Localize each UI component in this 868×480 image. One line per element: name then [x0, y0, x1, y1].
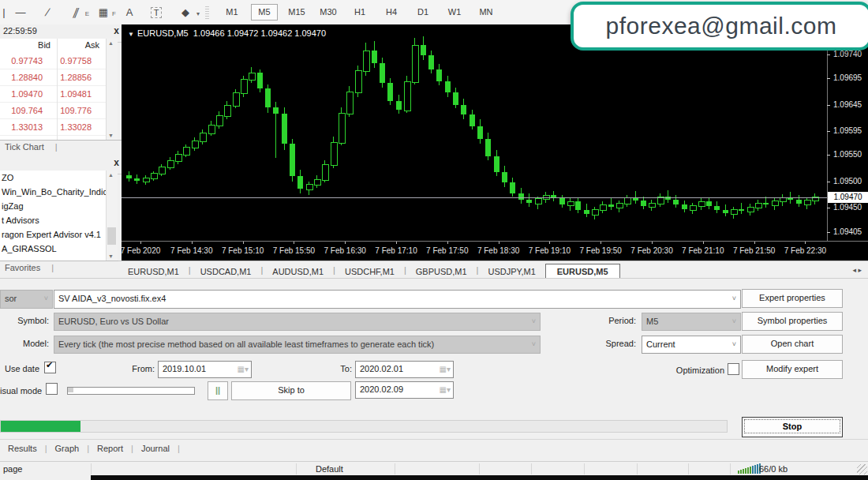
- market-watch-header: Bid Ask: [0, 39, 117, 54]
- candle-body: [282, 114, 287, 144]
- symbol-dropdown[interactable]: EURUSD, Euro vs US Dollar˅: [54, 313, 541, 331]
- market-watch-row[interactable]: 109.764109.776: [0, 103, 106, 119]
- strategy-tester-panel: sor˅ SV AIDA_v3_novosti.fix.ex4˅ Expert …: [0, 278, 868, 440]
- chart-tab-usdcad-m1[interactable]: USDCAD,M1: [191, 264, 261, 279]
- equidistant-channel-icon[interactable]: ∥E: [62, 5, 90, 21]
- close-icon[interactable]: x: [114, 25, 119, 36]
- timeframe-button-mn[interactable]: MN: [473, 5, 499, 20]
- market-watch-row[interactable]: 1.288401.28856: [0, 69, 106, 86]
- chart-tabs-bar: EURUSD,M1|USDCAD,M1|AUDUSD,M1|USDCHF,M1|…: [118, 261, 868, 279]
- spread-dropdown[interactable]: Current˅: [642, 336, 741, 354]
- use-date-checkbox[interactable]: ✔: [44, 362, 56, 373]
- chart-window[interactable]: ▼EURUSD,M5 1.09466 1.09472 1.09462 1.094…: [122, 24, 868, 261]
- close-icon[interactable]: x: [114, 157, 119, 168]
- toolbar-drag-handle[interactable]: [205, 6, 209, 19]
- tab-scroll-arrows[interactable]: ◂ ▸: [852, 266, 862, 274]
- timeframe-button-m15[interactable]: M15: [284, 5, 309, 20]
- scroll-down-icon[interactable]: ▼: [108, 253, 114, 259]
- to-date-input[interactable]: 2020.02.01▦▾: [355, 361, 454, 378]
- timeframe-button-d1[interactable]: D1: [410, 5, 436, 20]
- visual-speed-slider[interactable]: [67, 387, 195, 395]
- pause-button[interactable]: ||: [208, 381, 228, 400]
- open-chart-button[interactable]: Open chart: [742, 335, 843, 354]
- expert-type-dropdown[interactable]: sor˅: [0, 290, 53, 309]
- timeframe-button-h4[interactable]: H4: [379, 5, 404, 20]
- vertical-line-icon[interactable]: |: [0, 5, 8, 21]
- tester-tab-graph[interactable]: Graph: [55, 444, 80, 453]
- ask-column-header[interactable]: Ask: [85, 40, 99, 50]
- chart-tab-eurusd-m5[interactable]: EURUSD,M5: [545, 264, 620, 279]
- bid-column-header[interactable]: Bid: [38, 40, 51, 50]
- trendline-icon[interactable]: /: [33, 5, 62, 21]
- scroll-up-icon[interactable]: ▲: [108, 40, 114, 46]
- scrollbar-thumb[interactable]: [107, 227, 116, 245]
- navigator-item[interactable]: ZO: [0, 171, 106, 185]
- arrows-icon[interactable]: ◆▾: [170, 5, 200, 21]
- visual-mode-checkbox[interactable]: [46, 383, 58, 395]
- current-price-badge: 1.09470: [828, 192, 868, 203]
- horizontal-line-icon[interactable]: —: [8, 5, 33, 21]
- candle-body: [755, 203, 762, 208]
- timeframe-button-w1[interactable]: W1: [442, 5, 467, 20]
- price-axis-divider: [827, 24, 828, 242]
- symbol-properties-button[interactable]: Symbol properties: [742, 312, 843, 331]
- from-date-input[interactable]: 2019.10.01▦▾: [158, 361, 252, 378]
- navigator-item[interactable]: igZag: [0, 199, 106, 213]
- candle-body: [706, 201, 712, 205]
- period-dropdown[interactable]: M5˅: [642, 313, 741, 331]
- stop-button[interactable]: Stop: [742, 417, 843, 437]
- text-label-icon[interactable]: T: [142, 5, 170, 21]
- chart-tab-gbpusd-m1[interactable]: GBPUSD,M1: [406, 264, 477, 279]
- market-watch-scrollbar[interactable]: ▲ ▼: [106, 39, 118, 140]
- chart-tab-usdjpy-m1[interactable]: USDJPY,M1: [478, 264, 544, 279]
- chart-tab-audusd-m1[interactable]: AUDUSD,M1: [263, 264, 333, 279]
- scroll-down-icon[interactable]: ▼: [108, 133, 114, 138]
- candle-body: [453, 92, 458, 104]
- slider-thumb[interactable]: [68, 388, 73, 392]
- timeframe-button-m30[interactable]: M30: [316, 5, 341, 20]
- scroll-up-icon[interactable]: ▲: [108, 172, 114, 178]
- market-watch-row[interactable]: 1.094701.09481: [0, 86, 106, 103]
- time-axis-label: 7 Feb 20:30: [630, 246, 672, 255]
- navigator-scrollbar[interactable]: ▲ ▼: [106, 171, 118, 261]
- model-dropdown[interactable]: Every tick (the most precise method base…: [54, 336, 541, 354]
- fibonacci-retracement-icon[interactable]: ▦F: [90, 5, 117, 21]
- timeframe-button-h1[interactable]: H1: [347, 5, 372, 20]
- tab-favorites[interactable]: Favorites|: [0, 261, 126, 279]
- optimization-checkbox[interactable]: [728, 363, 739, 375]
- chart-tab-eurusd-m1[interactable]: EURUSD,M1: [118, 264, 189, 279]
- tester-tab-results[interactable]: Results: [8, 444, 37, 453]
- navigator-item[interactable]: A_GIRASSOL: [0, 242, 106, 256]
- resize-grip[interactable]: [857, 464, 867, 474]
- tester-tab-report[interactable]: Report: [97, 444, 123, 453]
- timeframe-button-m5[interactable]: M5: [251, 4, 278, 21]
- text-icon[interactable]: A: [117, 5, 142, 21]
- candle-body: [567, 201, 574, 206]
- visual-mode-label: isual mode: [0, 386, 43, 396]
- time-axis-label: 7 Feb 19:50: [580, 246, 622, 255]
- candle-body: [143, 178, 150, 182]
- candle-body: [526, 200, 532, 202]
- market-watch-row[interactable]: 1.330131.33028: [0, 119, 106, 136]
- navigator-item[interactable]: t Advisors: [0, 213, 106, 227]
- price-axis-label: 1.09645: [833, 100, 862, 109]
- skip-to-button[interactable]: Skip to: [231, 381, 351, 400]
- candle-body: [477, 126, 483, 140]
- tab-tick-chart[interactable]: Tick Chart|: [0, 140, 126, 159]
- timeframe-button-m1[interactable]: M1: [219, 5, 245, 20]
- navigator-item[interactable]: Win_Win_Bo_Charity_Indica: [0, 185, 106, 199]
- price-axis-label: 1.09450: [833, 203, 862, 212]
- candle-body: [690, 205, 697, 211]
- modify-expert-button[interactable]: Modify expert: [742, 360, 843, 379]
- expert-properties-button[interactable]: Expert properties: [742, 289, 843, 308]
- time-axis-label: 7 Feb 22:30: [784, 246, 826, 255]
- chart-tab-usdchf-m1[interactable]: USDCHF,M1: [335, 264, 404, 279]
- expert-dropdown[interactable]: SV AIDA_v3_novosti.fix.ex4˅: [54, 290, 741, 309]
- candle-body: [584, 210, 589, 214]
- navigator-item[interactable]: ragon Expert Advisor v4.1: [0, 227, 106, 242]
- current-price-line: [122, 197, 827, 198]
- skip-date-input[interactable]: 2020.02.09▦▾: [355, 381, 454, 399]
- email-text: pforexea@gmail.com: [606, 13, 837, 39]
- tester-tab-journal[interactable]: Journal: [141, 444, 170, 453]
- market-watch-row[interactable]: 0.977430.97758: [0, 53, 106, 69]
